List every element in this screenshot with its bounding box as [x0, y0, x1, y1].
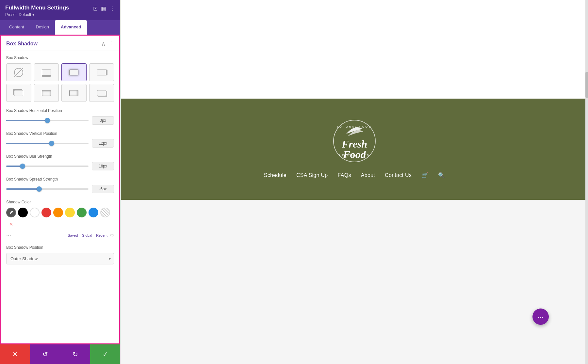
horizontal-position-value[interactable]: 0px	[92, 116, 114, 125]
vertical-position-label: Box Shadow Vertical Position	[6, 131, 114, 136]
search-icon[interactable]: 🔍	[438, 172, 445, 179]
vertical-position-value[interactable]: 12px	[92, 139, 114, 148]
nav-menu: Schedule CSA Sign Up FAQs About Contact …	[264, 172, 445, 179]
horizontal-fill	[6, 120, 47, 121]
more-icon[interactable]: ⋮	[109, 5, 115, 12]
vertical-position-slider-wrapper: 12px	[6, 139, 114, 148]
shadow-none-option[interactable]	[6, 63, 31, 81]
section-header: Box Shadow ∧ ⋮	[1, 36, 119, 51]
cart-icon[interactable]: 🛒	[421, 172, 428, 179]
nav-faqs[interactable]: FAQs	[338, 172, 351, 178]
color-swatches	[6, 208, 114, 229]
preview-top	[121, 0, 588, 99]
layout-icon[interactable]: ▦	[101, 5, 106, 12]
expand-icon[interactable]: ⊡	[93, 5, 98, 12]
panel-tabs: Content Design Advanced	[0, 20, 120, 35]
nav-csa-signup[interactable]: CSA Sign Up	[296, 172, 328, 178]
vertical-position-row: Box Shadow Vertical Position 12px	[6, 131, 114, 148]
box-shadow-label: Box Shadow	[6, 55, 114, 60]
shadow-corner-icon	[97, 90, 106, 96]
horizontal-position-row: Box Shadow Horizontal Position 0px	[6, 108, 114, 125]
blur-value[interactable]: 18px	[92, 162, 114, 170]
float-dots-icon: ···	[537, 313, 544, 321]
spread-strength-label: Box Shadow Spread Strength	[6, 177, 114, 182]
yellow-swatch[interactable]	[65, 208, 75, 217]
save-button[interactable]: ✓	[90, 344, 120, 364]
redo-button[interactable]: ↻	[60, 344, 90, 364]
horizontal-position-track[interactable]	[6, 120, 89, 121]
vertical-position-track[interactable]	[6, 143, 89, 144]
tab-advanced[interactable]: Advanced	[55, 20, 87, 35]
spread-thumb[interactable]	[37, 186, 42, 192]
section-title: Box Shadow	[6, 41, 38, 47]
blue-swatch[interactable]	[89, 208, 98, 217]
nav-contact-us[interactable]: Contact Us	[385, 172, 412, 178]
shadow-right-option[interactable]	[89, 63, 114, 81]
saved-tab[interactable]: Saved	[66, 233, 79, 238]
blur-track[interactable]	[6, 166, 89, 167]
tab-design[interactable]: Design	[30, 20, 55, 35]
shadow-position-select-wrapper: Outer Shadow Inner Shadow ▾	[6, 253, 114, 264]
spread-slider-wrapper: -6px	[6, 185, 114, 193]
red-swatch[interactable]	[41, 208, 51, 217]
shadow-inset-option[interactable]	[34, 84, 59, 102]
preview-banner: NATURAL FOOD Fresh Food HEALTHY FOOD Sch…	[121, 99, 588, 200]
eraser-swatch[interactable]	[6, 219, 16, 229]
panel-bottom-toolbar: ✕ ↺ ↻ ✓	[0, 344, 120, 364]
scrollbar-thumb[interactable]	[585, 72, 588, 98]
shadow-bottom-option[interactable]	[34, 63, 59, 81]
shadow-inset-right-option[interactable]	[61, 84, 87, 102]
shadow-all-icon	[69, 70, 78, 75]
horizontal-position-slider-wrapper: 0px	[6, 116, 114, 125]
settings-panel: Fullwidth Menu Settings Preset: Default …	[0, 0, 121, 364]
nav-schedule[interactable]: Schedule	[264, 172, 286, 178]
eyedropper-swatch[interactable]	[6, 208, 16, 217]
spread-track[interactable]	[6, 188, 89, 190]
blur-strength-label: Box Shadow Blur Strength	[6, 154, 114, 159]
preview-area: NATURAL FOOD Fresh Food HEALTHY FOOD Sch…	[121, 0, 588, 364]
cancel-button[interactable]: ✕	[0, 344, 30, 364]
scrollbar[interactable]	[585, 0, 588, 364]
orange-swatch[interactable]	[53, 208, 63, 217]
panel-preset[interactable]: Preset: Default ▾	[5, 12, 93, 17]
section-more-icon[interactable]: ⋮	[108, 40, 114, 47]
logo-text-top: NATURAL FOOD	[337, 125, 372, 128]
collapse-icon[interactable]: ∧	[101, 40, 106, 47]
panel-title: Fullwidth Menu Settings	[5, 5, 93, 11]
shadow-bottom-icon	[42, 70, 51, 75]
global-tab[interactable]: Global	[80, 233, 93, 238]
shadow-position-select[interactable]: Outer Shadow Inner Shadow	[6, 253, 114, 264]
section-header-actions: ∧ ⋮	[101, 40, 114, 47]
shadow-color-label: Shadow Color	[6, 200, 114, 204]
vertical-thumb[interactable]	[49, 141, 54, 146]
shadow-corner-option[interactable]	[89, 84, 114, 102]
shadow-style-grid	[6, 63, 114, 102]
green-swatch[interactable]	[77, 208, 87, 217]
white-swatch[interactable]	[30, 208, 40, 217]
shadow-color-section: Shadow Color	[6, 200, 114, 239]
panel-header: Fullwidth Menu Settings Preset: Default …	[0, 0, 120, 20]
black-swatch[interactable]	[18, 208, 28, 217]
color-settings-icon[interactable]: ⚙	[110, 233, 114, 238]
color-dots[interactable]: ···	[6, 232, 11, 239]
color-tabs: ··· Saved Global Recent ⚙	[6, 232, 114, 239]
clear-swatch[interactable]	[100, 208, 110, 217]
spread-value[interactable]: -6px	[92, 185, 114, 193]
float-action-button[interactable]: ···	[532, 309, 549, 325]
shadow-inset-right-icon	[69, 90, 78, 96]
nav-about[interactable]: About	[361, 172, 375, 178]
panel-header-icons: ⊡ ▦ ⋮	[93, 5, 115, 12]
preview-bottom: ···	[121, 200, 588, 364]
shadow-topleft-option[interactable]	[6, 84, 31, 102]
tab-content[interactable]: Content	[3, 20, 30, 35]
horizontal-thumb[interactable]	[45, 118, 50, 123]
logo-circle: NATURAL FOOD Fresh Food HEALTHY FOOD	[333, 120, 376, 162]
shadow-right-icon	[97, 70, 106, 75]
section-content: Box Shadow	[1, 51, 119, 272]
no-shadow-icon	[14, 68, 23, 77]
blur-thumb[interactable]	[20, 164, 25, 169]
shadow-all-option[interactable]	[61, 63, 87, 81]
recent-tab[interactable]: Recent	[95, 233, 109, 238]
undo-button[interactable]: ↺	[30, 344, 60, 364]
shadow-position-label: Box Shadow Position	[6, 245, 114, 250]
